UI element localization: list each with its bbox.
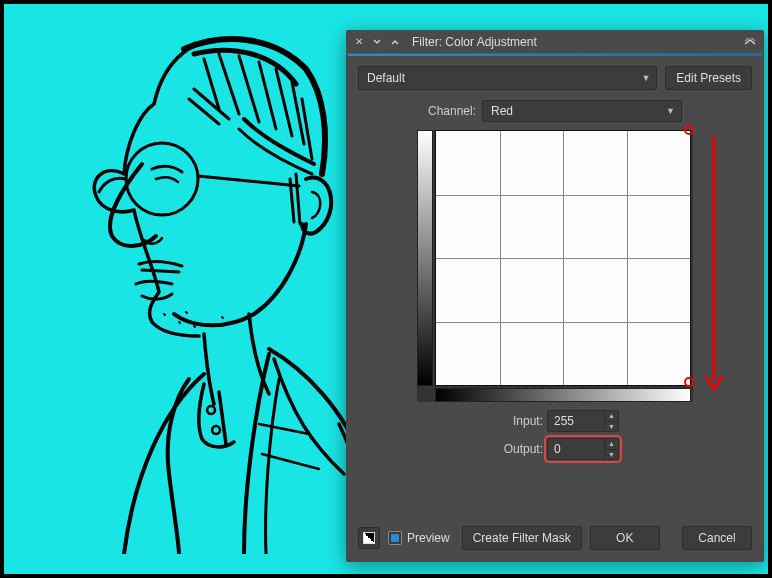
output-row: Output: 0 ▲ ▼ — [491, 438, 619, 460]
portrait-sketch — [44, 14, 384, 554]
input-spinner[interactable]: 255 ▲ ▼ — [547, 410, 619, 432]
spin-up-icon[interactable]: ▲ — [605, 439, 618, 450]
horizontal-gradient — [435, 388, 691, 402]
ok-button[interactable]: OK — [590, 526, 660, 550]
output-value[interactable]: 0 — [548, 439, 604, 459]
output-spinner[interactable]: 0 ▲ ▼ — [547, 438, 619, 460]
chevron-down-icon: ▼ — [666, 106, 675, 116]
dialog-title: Filter: Color Adjustment — [412, 35, 738, 49]
preview-checkbox[interactable] — [388, 531, 402, 545]
spin-down-icon[interactable]: ▼ — [605, 450, 618, 460]
output-label: Output: — [491, 442, 543, 456]
curve-editor[interactable] — [417, 130, 693, 402]
cancel-button[interactable]: Cancel — [682, 526, 752, 550]
spin-up-icon[interactable]: ▲ — [605, 411, 618, 422]
chevron-down-icon: ▼ — [641, 73, 650, 83]
spin-down-icon[interactable]: ▼ — [605, 422, 618, 432]
dialog-titlebar[interactable]: ✕ Filter: Color Adjustment — [346, 30, 764, 54]
preview-label: Preview — [407, 531, 450, 545]
edit-presets-button[interactable]: Edit Presets — [665, 66, 752, 90]
curve-handle-bottom[interactable] — [684, 377, 694, 387]
vertical-gradient — [417, 130, 433, 386]
channel-label: Channel: — [428, 104, 476, 118]
preset-value: Default — [367, 71, 405, 85]
annotation-arrow — [701, 132, 727, 390]
input-label: Input: — [491, 414, 543, 428]
svg-point-0 — [126, 143, 198, 215]
color-adjustment-dialog: ✕ Filter: Color Adjustment Default ▼ Edi… — [346, 30, 764, 562]
input-row: Input: 255 ▲ ▼ — [491, 410, 619, 432]
chevron-up-icon[interactable] — [388, 35, 402, 49]
close-icon[interactable]: ✕ — [352, 35, 366, 49]
curve-handle-top[interactable] — [684, 125, 694, 135]
collapse-icon[interactable] — [742, 35, 758, 49]
preset-select[interactable]: Default ▼ — [358, 66, 657, 90]
channel-select[interactable]: Red ▼ — [482, 100, 682, 122]
swatch-icon[interactable] — [358, 527, 380, 549]
chevron-down-icon[interactable] — [370, 35, 384, 49]
input-value[interactable]: 255 — [548, 411, 604, 431]
curve-grid[interactable] — [435, 130, 691, 386]
channel-value: Red — [491, 104, 513, 118]
create-filter-mask-button[interactable]: Create Filter Mask — [462, 526, 582, 550]
canvas-background: ✕ Filter: Color Adjustment Default ▼ Edi… — [4, 4, 768, 574]
